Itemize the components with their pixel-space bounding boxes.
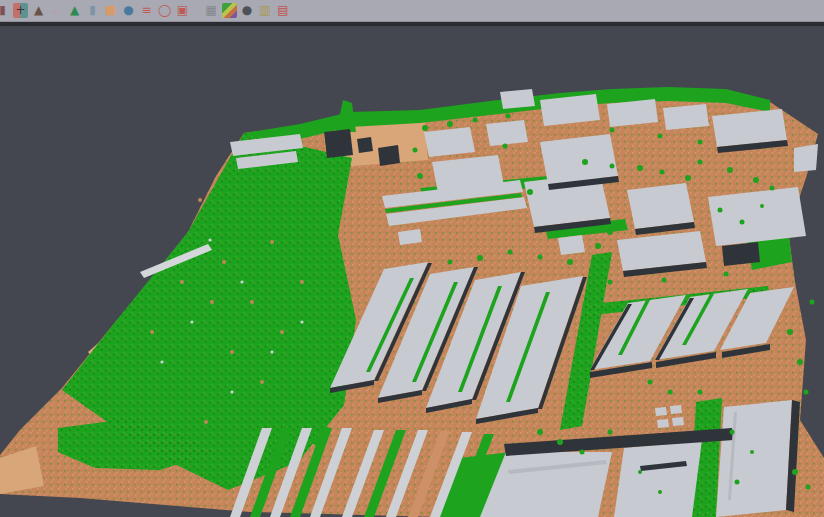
- buildings-shape: [657, 419, 669, 428]
- ground-dots-shape: [222, 260, 226, 264]
- tree-dots-shape: [740, 220, 745, 225]
- shadows-shape: [324, 129, 353, 158]
- ground-dots-shape: [180, 280, 184, 284]
- ground-dots-shape: [270, 240, 274, 244]
- tree-dots-shape: [797, 359, 803, 365]
- light-dots-shape: [230, 390, 233, 393]
- tree-dots-shape: [698, 140, 703, 145]
- buildings-shape: [486, 120, 528, 146]
- toolbar-icon-yellow-tag[interactable]: ▥: [258, 3, 273, 18]
- tree-dots-shape: [448, 260, 453, 265]
- application-window: ▮+▲∴▲▮■●≡◯▣▦●▥▤: [0, 0, 824, 517]
- tree-dots-shape: [810, 300, 815, 305]
- tree-dots-shape: [806, 485, 811, 490]
- light-dots-shape: [300, 320, 303, 323]
- tree-dots-shape: [508, 250, 513, 255]
- shadows-shape: [378, 145, 400, 166]
- tree-dots-shape: [477, 255, 483, 261]
- toolbar-icon-clipped-left-edge[interactable]: ▮: [0, 3, 10, 18]
- toolbar-icon-points-cloud[interactable]: ∴: [49, 3, 64, 18]
- tree-dots-shape: [557, 439, 563, 445]
- ground-dots-shape: [260, 380, 264, 384]
- buildings-shape: [716, 400, 792, 517]
- buildings-shape: [663, 104, 709, 130]
- tree-dots-shape: [447, 121, 453, 127]
- tree-dots-shape: [503, 144, 508, 149]
- shadows-shape: [357, 137, 373, 153]
- buildings-shape: [424, 127, 475, 157]
- toolbar: ▮+▲∴▲▮■●≡◯▣▦●▥▤: [0, 0, 824, 22]
- toolbar-icon-blue-column[interactable]: ▮: [85, 3, 100, 18]
- tree-dots-shape: [567, 259, 573, 265]
- tree-dots-shape: [770, 186, 775, 191]
- point-cloud-scene: [0, 26, 824, 517]
- light-dots-shape: [270, 350, 273, 353]
- 3d-viewport[interactable]: [0, 26, 824, 517]
- tree-dots-shape: [753, 177, 759, 183]
- tree-dots-shape: [608, 280, 613, 285]
- tree-dots-shape: [698, 160, 703, 165]
- buildings-shape: [670, 405, 682, 414]
- tree-dots-shape: [668, 390, 673, 395]
- light-dots-shape: [240, 280, 243, 283]
- ground-dots-shape: [198, 198, 202, 202]
- light-dots-shape: [208, 238, 211, 241]
- tree-dots-shape: [422, 125, 428, 131]
- toolbar-icon-red-stripes[interactable]: ▤: [276, 3, 291, 18]
- tree-dots-shape: [610, 128, 615, 133]
- ground-dots-shape: [150, 330, 154, 334]
- toolbar-icon-dark-sphere[interactable]: ●: [240, 3, 255, 18]
- toolbar-icon-classification-colors[interactable]: [222, 3, 237, 18]
- tree-dots-shape: [685, 175, 691, 181]
- toolbar-icon-globe[interactable]: ●: [121, 3, 136, 18]
- tree-dots-shape: [648, 380, 653, 385]
- light-dots-shape: [190, 320, 193, 323]
- tree-dots-shape: [698, 390, 703, 395]
- ground-dots-shape: [204, 420, 208, 424]
- light-dots-shape: [160, 360, 163, 363]
- tree-dots-shape: [607, 229, 613, 235]
- buildings-shape: [627, 183, 694, 229]
- tree-dots-shape: [760, 204, 764, 208]
- tree-dots-shape: [610, 164, 615, 169]
- toolbar-icon-align-pair[interactable]: +: [13, 3, 28, 18]
- toolbar-icon-red-circle[interactable]: ◯: [157, 3, 172, 18]
- tree-dots-shape: [473, 118, 478, 123]
- toolbar-icon-checker[interactable]: ▦: [204, 3, 219, 18]
- tree-dots-shape: [660, 170, 665, 175]
- tree-dots-shape: [538, 255, 543, 260]
- tree-dots-shape: [750, 450, 754, 454]
- toolbar-icon-red-list[interactable]: ≡: [139, 3, 154, 18]
- toolbar-icon-selection-brackets[interactable]: ▣: [175, 3, 190, 18]
- toolbar-icon-green-hill[interactable]: ▲: [67, 3, 82, 18]
- tree-dots-shape: [662, 278, 667, 283]
- tree-dots-shape: [582, 159, 588, 165]
- tree-dots-shape: [608, 430, 613, 435]
- buildings-shape: [794, 144, 818, 172]
- ground-dots-shape: [250, 300, 254, 304]
- tree-dots-shape: [417, 173, 423, 179]
- buildings-shape: [500, 89, 535, 109]
- tree-dots-shape: [724, 272, 729, 277]
- tree-dots-shape: [580, 450, 585, 455]
- buildings-shape: [672, 417, 684, 426]
- tree-dots-shape: [637, 165, 643, 171]
- tree-dots-shape: [537, 429, 543, 435]
- tree-dots-shape: [658, 490, 662, 494]
- tree-dots-shape: [718, 208, 723, 213]
- tree-dots-shape: [727, 167, 733, 173]
- toolbar-icon-orange-box[interactable]: ■: [103, 3, 118, 18]
- shadows-shape: [722, 242, 760, 266]
- tree-dots-shape: [730, 430, 735, 435]
- tree-dots-shape: [638, 470, 642, 474]
- tree-dots-shape: [595, 243, 601, 249]
- ground-dots-shape: [280, 330, 284, 334]
- tree-dots-shape: [735, 480, 740, 485]
- buildings-shape: [655, 407, 667, 416]
- toolbar-icon-mesh-terrain[interactable]: ▲: [31, 3, 46, 18]
- ground-dots-shape: [210, 300, 214, 304]
- tree-dots-shape: [792, 469, 798, 475]
- tree-dots-shape: [506, 114, 511, 119]
- buildings-shape: [708, 187, 806, 246]
- tree-dots-shape: [527, 189, 533, 195]
